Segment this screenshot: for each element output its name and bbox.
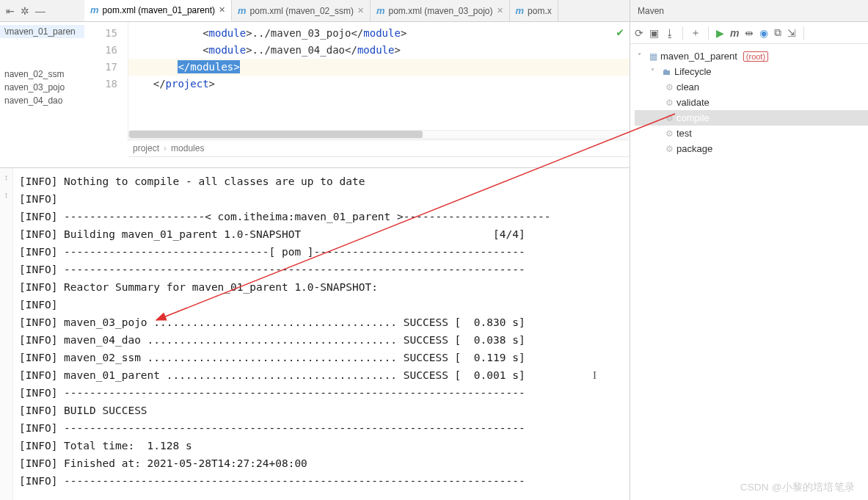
show-deps-icon[interactable]: ⧉ — [774, 26, 781, 39]
maven-file-icon: m — [376, 5, 385, 16]
folder-icon: 🖿 — [663, 67, 671, 77]
scrollbar-thumb[interactable] — [129, 131, 423, 138]
build-console: ↕ ↕ [INFO] Nothing to compile - all clas… — [0, 167, 630, 500]
maven-tool-window: Maven ⟳ ▣ ⭳ ＋ ▶ m ⇹ ◉ ⧉ ⇲ ˅ ▦ maven_01_p… — [630, 0, 868, 500]
divider-icon: — — [35, 5, 45, 17]
tab-pom-pojo[interactable]: m pom.xml (maven_03_pojo) ✕ — [371, 0, 510, 21]
tab-pom-ssm[interactable]: m pom.xml (maven_02_ssm) ✕ — [232, 0, 371, 21]
chevron-down-icon[interactable]: ˅ — [638, 52, 646, 60]
editor-gutter: 15 16 17 18 — [84, 22, 128, 142]
goal-test[interactable]: ⚙test — [635, 126, 868, 141]
tab-label: pom.x — [528, 6, 552, 16]
breadcrumb-item[interactable]: modules — [171, 143, 204, 153]
editor-tabs: m pom.xml (maven_01_parent) ✕ m pom.xml … — [84, 0, 630, 22]
gear-icon: ⚙ — [665, 82, 674, 93]
toggle-offline-icon[interactable]: ⇹ — [745, 27, 754, 39]
tab-label: pom.xml (maven_03_pojo) — [388, 6, 492, 16]
code-body[interactable]: <module>../maven_03_pojo</module> <modul… — [128, 22, 630, 142]
settings-icon[interactable]: ✲ — [21, 5, 29, 17]
code-line: <module>../maven_03_pojo</module> — [128, 25, 630, 42]
run-icon[interactable]: ▶ — [716, 27, 724, 39]
goal-package[interactable]: ⚙package — [635, 141, 868, 156]
maven-project-node[interactable]: ˅ ▦ maven_01_parent (root) — [635, 48, 868, 64]
check-icon[interactable]: ✔ — [616, 25, 624, 39]
console-output[interactable]: [INFO] Nothing to compile - all classes … — [19, 173, 625, 496]
code-line: </project> — [128, 76, 630, 93]
editor-horizontal-scrollbar[interactable] — [128, 130, 630, 139]
code-line-current: </modules> — [128, 59, 630, 76]
maven-file-icon: m — [90, 4, 99, 15]
project-tree[interactable]: \maven_01_paren naven_02_ssm naven_03_po… — [0, 22, 84, 107]
reload-icon[interactable]: ⟳ — [635, 27, 643, 39]
project-item[interactable]: naven_03_pojo — [0, 81, 84, 94]
tab-pom-parent[interactable]: m pom.xml (maven_01_parent) ✕ — [84, 0, 232, 21]
tab-label: pom.xml (maven_02_ssm) — [250, 6, 354, 16]
code-editor[interactable]: 15 16 17 18 <module>../maven_03_pojo</mo… — [84, 22, 630, 142]
close-icon[interactable]: ✕ — [357, 6, 364, 15]
goal-clean[interactable]: ⚙clean — [635, 79, 868, 95]
execute-goal-icon[interactable]: m — [730, 27, 739, 39]
tab-pom-overflow[interactable]: m pom.x — [510, 0, 558, 21]
maven-project-icon: ▦ — [649, 51, 657, 62]
gear-icon: ⚙ — [665, 113, 674, 123]
project-item-parent[interactable]: \maven_01_paren — [0, 25, 84, 38]
maven-tree[interactable]: ˅ ▦ maven_01_parent (root) ˅ 🖿 Lifecycle… — [630, 44, 868, 156]
code-line: <module>../maven_04_dao</module> — [128, 42, 630, 59]
project-toolbar: ⇤ ✲ — — [0, 0, 84, 22]
project-item[interactable]: naven_04_dao — [0, 94, 84, 107]
download-icon[interactable]: ⭳ — [665, 27, 675, 39]
console-gutter: ↕ ↕ — [0, 168, 13, 500]
chevron-down-icon[interactable]: ˅ — [651, 68, 660, 76]
lifecycle-node[interactable]: ˅ 🖿 Lifecycle — [635, 64, 868, 79]
add-icon[interactable]: ＋ — [690, 26, 701, 40]
collapse-all-icon[interactable]: ⇲ — [787, 27, 796, 39]
generate-sources-icon[interactable]: ▣ — [649, 27, 659, 39]
chevron-icon: › — [164, 143, 167, 153]
gear-icon: ⚙ — [665, 98, 674, 108]
close-icon[interactable]: ✕ — [497, 6, 503, 15]
filter-icon[interactable]: ↕ — [0, 190, 12, 208]
maven-toolbar: ⟳ ▣ ⭳ ＋ ▶ m ⇹ ◉ ⧉ ⇲ — [630, 22, 868, 44]
root-badge: (root) — [743, 51, 768, 62]
gear-icon: ⚙ — [665, 144, 674, 154]
project-item[interactable]: naven_02_ssm — [0, 68, 84, 81]
close-icon[interactable]: ✕ — [219, 5, 225, 15]
toggle-skip-tests-icon[interactable]: ◉ — [759, 27, 768, 39]
goal-compile[interactable]: ⚙compile — [635, 110, 868, 126]
watermark: CSDN @小黎的培培笔录 — [740, 481, 855, 494]
breadcrumb: project › modules — [128, 140, 630, 157]
maven-file-icon: m — [516, 5, 525, 16]
filter-icon[interactable]: ↕ — [0, 173, 12, 190]
gear-icon: ⚙ — [665, 128, 674, 139]
maven-title: Maven — [630, 0, 868, 22]
tab-label: pom.xml (maven_01_parent) — [103, 5, 215, 15]
collapse-icon[interactable]: ⇤ — [6, 5, 15, 17]
text-cursor: I — [593, 369, 597, 382]
breadcrumb-item[interactable]: project — [133, 143, 159, 153]
goal-validate[interactable]: ⚙validate — [635, 95, 868, 110]
maven-file-icon: m — [238, 5, 247, 16]
